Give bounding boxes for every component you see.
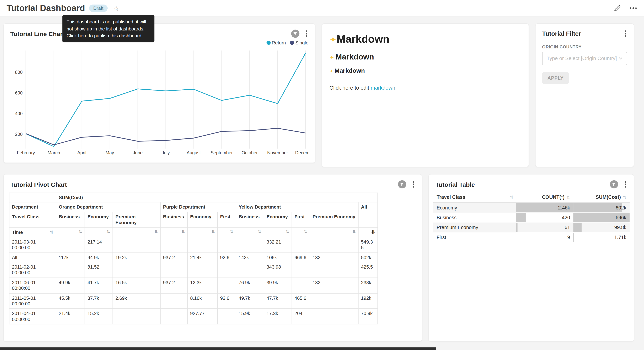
svg-text:October: October	[242, 150, 258, 155]
pivot-value-cell: 117k	[56, 252, 85, 262]
pivot-value-cell: 49.7k	[236, 293, 264, 309]
svg-text:September: September	[210, 150, 233, 155]
pivot-value-cell	[310, 293, 358, 309]
svg-text:200: 200	[15, 132, 23, 137]
pivot-value-cell: 49.9k	[56, 278, 85, 293]
markdown-heading-3: ✦Markdown	[330, 67, 521, 74]
column-header[interactable]: SUM(Cost)⇅	[574, 192, 630, 202]
pivot-value-cell	[113, 262, 160, 278]
svg-text:February: February	[17, 150, 35, 155]
pivot-value-cell: 2.69k	[113, 293, 160, 309]
chart-menu-icon[interactable]	[410, 180, 416, 188]
pivot-sort-row: Time⇅⇅⇅⇅⇅⇅⇅⇅⇅⇅⇅⇊	[9, 228, 378, 237]
pivot-group-header: Purple Department	[160, 202, 236, 212]
favorite-star-icon[interactable]: ☆	[114, 4, 119, 12]
pivot-data-row: 2011-04-01 00:00:0021.4k15.2k927.7715.9k…	[9, 309, 378, 324]
more-options-icon[interactable]	[629, 6, 637, 10]
edit-markdown-link[interactable]: markdown	[370, 84, 395, 91]
pivot-value-cell: 94.9k	[85, 252, 113, 262]
pivot-row-label: 2011-04-01 00:00:00	[9, 309, 56, 324]
sort-icon[interactable]: ⇅	[154, 230, 158, 234]
sort-icon[interactable]: ⇅	[230, 230, 233, 234]
pivot-value-cell: 937.2	[160, 278, 188, 293]
origin-country-select[interactable]: Type or Select [Origin Country]	[542, 52, 627, 65]
pivot-value-cell: 927.77	[188, 309, 218, 324]
column-header[interactable]: Travel Class⇅	[434, 192, 516, 202]
pivot-value-cell	[160, 262, 188, 278]
filter-card: Tutorial Filter ORIGIN COUNTRY Type or S…	[535, 24, 634, 167]
markdown-card[interactable]: ✦Markdown ✦Markdown ✦Markdown Click here…	[322, 24, 529, 167]
pivot-value-cell	[160, 237, 188, 252]
pivot-value-cell: 204	[292, 309, 310, 324]
pivot-value-cell: 8.16k	[188, 293, 218, 309]
sort-icon[interactable]: ⇅	[107, 230, 110, 234]
sort-icon[interactable]: ⇅	[182, 230, 185, 234]
edit-dashboard-icon[interactable]	[613, 4, 621, 12]
sort-icon[interactable]: ⇅	[50, 230, 53, 234]
pivot-class-header: Premium Economy	[310, 212, 358, 228]
pivot-class-header: Business	[160, 212, 188, 228]
filter-indicator-icon[interactable]	[291, 30, 299, 38]
travel-class-cell: Business	[434, 213, 516, 222]
pivot-value-cell: 217.14	[85, 237, 113, 252]
svg-text:May: May	[106, 150, 114, 155]
legend-item[interactable]: Return	[266, 40, 286, 45]
pivot-value-cell	[218, 278, 236, 293]
sort-icon[interactable]: ⇅	[304, 230, 307, 234]
pivot-value-cell: 106k	[264, 252, 292, 262]
svg-text:December: December	[295, 150, 309, 155]
sort-icon[interactable]: ⇅	[258, 230, 261, 234]
pivot-value-cell: 132	[310, 278, 358, 293]
pivot-value-cell: 92.6	[218, 252, 236, 262]
column-header[interactable]: COUNT(*)⇅	[516, 192, 574, 202]
svg-text:April: April	[77, 150, 86, 155]
table-header-row: Travel Class⇅COUNT(*)⇅SUM(Cost)⇅	[434, 192, 630, 202]
count-cell: 9	[516, 232, 574, 242]
sort-icon[interactable]: ⇊	[371, 230, 375, 234]
pivot-value-cell: 238k	[358, 278, 378, 293]
legend-item[interactable]: Single	[290, 40, 308, 45]
sort-icon[interactable]: ⇅	[211, 230, 215, 234]
sort-icon[interactable]: ⇅	[352, 230, 356, 234]
pivot-value-cell: 41.7k	[85, 278, 113, 293]
sort-icon: ⇅	[566, 195, 570, 200]
pivot-value-cell: 937.2	[160, 252, 188, 262]
chart-title: Tutorial Table	[436, 181, 475, 188]
chevron-down-icon	[618, 56, 623, 60]
sum-cell: 99.8k	[574, 222, 630, 232]
pivot-class-header: Premium Economy	[113, 212, 160, 228]
pivot-value-cell	[310, 262, 358, 278]
chart-menu-icon[interactable]	[304, 30, 309, 38]
pivot-class-header: Economy	[188, 212, 218, 228]
pivot-value-cell	[160, 309, 188, 324]
pivot-value-cell: 549.35	[358, 237, 378, 252]
markdown-heading-1: ✦Markdown	[330, 33, 521, 46]
svg-text:July: July	[162, 150, 170, 155]
travel-class-cell: Economy	[434, 202, 516, 212]
card-header: Tutorial Table	[429, 174, 634, 188]
chart-menu-icon[interactable]	[622, 30, 628, 38]
value-bar	[516, 213, 526, 222]
pivot-class-header: Business	[56, 212, 85, 228]
pivot-group-header: Yellow Department	[236, 202, 358, 212]
pivot-value-cell: 17.3k	[264, 309, 292, 324]
filter-indicator-icon[interactable]	[610, 180, 618, 188]
apply-button[interactable]: APPLY	[542, 72, 569, 84]
pivot-measure-label: SUM(Cost)	[56, 193, 378, 202]
sort-icon[interactable]: ⇅	[79, 230, 82, 234]
publish-tooltip: This dashboard is not published, it will…	[62, 15, 154, 42]
header-actions	[613, 4, 638, 12]
table-row: Business420696k	[434, 213, 630, 222]
pivot-value-cell	[218, 237, 236, 252]
page-title: Tutorial Dashboard	[6, 3, 85, 13]
pivot-value-cell: 47.7k	[264, 293, 292, 309]
chart-menu-icon[interactable]	[622, 180, 628, 188]
pivot-value-cell	[160, 293, 188, 309]
draft-badge[interactable]: Draft	[89, 4, 108, 12]
filter-indicator-icon[interactable]	[398, 180, 406, 188]
pivot-value-cell	[292, 262, 310, 278]
pivot-value-cell: 15.9k	[236, 309, 264, 324]
legend-dot	[266, 40, 270, 45]
sort-icon[interactable]: ⇅	[286, 230, 289, 234]
travel-class-cell: Premium Economy	[434, 222, 516, 232]
